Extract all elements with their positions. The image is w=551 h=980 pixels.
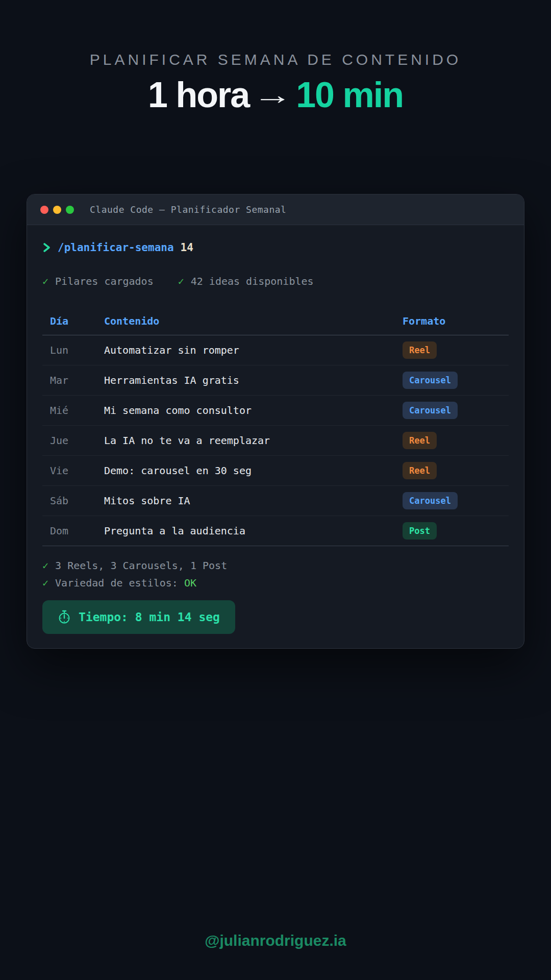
timer-badge: Tiempo: 8 min 14 seg xyxy=(42,600,235,634)
day-cell: Dom xyxy=(50,525,104,537)
table-header-day: Día xyxy=(50,315,104,327)
content-cell: Automatizar sin romper xyxy=(104,344,403,356)
content-cell: Herramientas IA gratis xyxy=(104,374,403,386)
window-titlebar: Claude Code — Planificador Semanal xyxy=(27,194,524,225)
command-line: /planificar-semana 14 xyxy=(42,241,509,254)
content-cell: Demo: carousel en 30 seg xyxy=(104,464,403,477)
terminal-body: /planificar-semana 14 ✓ Pilares cargados… xyxy=(27,225,524,648)
content-cell: Mitos sobre IA xyxy=(104,495,403,507)
time-after: 10 min xyxy=(296,75,403,115)
window-title: Claude Code — Planificador Semanal xyxy=(90,204,286,215)
table-row: Dom Pregunta a la audiencia Post xyxy=(42,516,509,546)
page-title: PLANIFICAR SEMANA DE CONTENIDO xyxy=(0,51,551,68)
format-badge: Reel xyxy=(403,341,437,359)
timer-label: Tiempo: 8 min 14 seg xyxy=(79,610,220,624)
summary-line: ✓ 3 Reels, 3 Carousels, 1 Post xyxy=(42,559,509,572)
stopwatch-icon xyxy=(58,610,71,624)
table-row: Vie Demo: carousel en 30 seg Reel xyxy=(42,456,509,486)
format-badge: Reel xyxy=(403,462,437,479)
table-header-content: Contenido xyxy=(104,315,403,327)
command-argument: 14 xyxy=(181,241,193,254)
status-label: 42 ideas disponibles xyxy=(191,275,314,287)
format-badge: Carousel xyxy=(403,372,458,389)
terminal-window: Claude Code — Planificador Semanal /plan… xyxy=(27,194,524,649)
content-cell: Mi semana como consultor xyxy=(104,404,403,416)
table-header-format: Formato xyxy=(403,315,509,327)
status-line: ✓ Pilares cargados ✓ 42 ideas disponible… xyxy=(42,275,509,287)
status-label: Pilares cargados xyxy=(55,275,154,287)
maximize-window-icon[interactable] xyxy=(66,206,74,214)
time-before: 1 hora xyxy=(148,75,249,115)
status-item: ✓ Pilares cargados xyxy=(42,275,154,287)
day-cell: Lun xyxy=(50,344,104,356)
minimize-window-icon[interactable] xyxy=(53,206,61,214)
day-cell: Mié xyxy=(50,404,104,416)
close-window-icon[interactable] xyxy=(40,206,48,214)
content-plan-table: Día Contenido Formato Lun Automatizar si… xyxy=(42,307,509,546)
summary-highlight: OK xyxy=(184,577,196,589)
content-cell: La IA no te va a reemplazar xyxy=(104,434,403,447)
summary-text: Variedad de estilos: OK xyxy=(55,577,196,589)
arrow-right-icon: → xyxy=(253,80,292,110)
summary-text: 3 Reels, 3 Carousels, 1 Post xyxy=(55,559,227,572)
check-icon: ✓ xyxy=(42,577,48,589)
day-cell: Vie xyxy=(50,464,104,477)
table-row: Jue La IA no te va a reemplazar Reel xyxy=(42,426,509,456)
summary-line: ✓ Variedad de estilos: OK xyxy=(42,577,509,589)
status-item: ✓ 42 ideas disponibles xyxy=(178,275,314,287)
format-badge: Carousel xyxy=(403,402,458,419)
command-name: /planificar-semana xyxy=(58,241,174,254)
day-cell: Jue xyxy=(50,434,104,447)
table-row: Lun Automatizar sin romper Reel xyxy=(42,335,509,365)
content-cell: Pregunta a la audiencia xyxy=(104,525,403,537)
format-badge: Carousel xyxy=(403,492,458,509)
day-cell: Sáb xyxy=(50,495,104,507)
day-cell: Mar xyxy=(50,374,104,386)
check-icon: ✓ xyxy=(42,559,48,572)
table-row: Sáb Mitos sobre IA Carousel xyxy=(42,486,509,516)
format-badge: Reel xyxy=(403,432,437,449)
table-row: Mar Herramientas IA gratis Carousel xyxy=(42,365,509,396)
table-row: Mié Mi semana como consultor Carousel xyxy=(42,396,509,426)
footer-handle: @julianrodriguez.ia xyxy=(0,932,551,949)
time-transform: 1 hora→10 min xyxy=(0,75,551,115)
format-badge: Post xyxy=(403,522,437,540)
table-header-row: Día Contenido Formato xyxy=(42,307,509,335)
chevron-right-icon xyxy=(42,241,51,254)
check-icon: ✓ xyxy=(42,275,48,287)
summary-block: ✓ 3 Reels, 3 Carousels, 1 Post ✓ Varieda… xyxy=(42,559,509,589)
check-icon: ✓ xyxy=(178,275,184,287)
